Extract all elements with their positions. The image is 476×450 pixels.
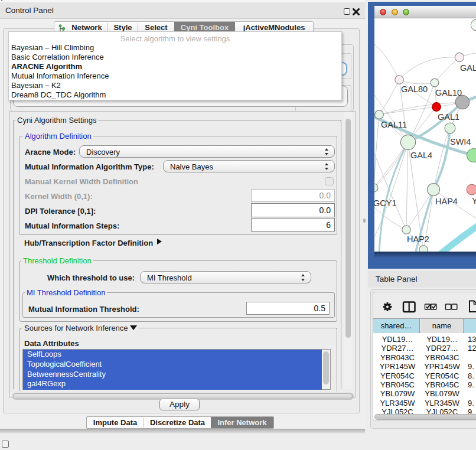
svg-text:Y: Y <box>472 196 476 206</box>
svg-text:GCY1: GCY1 <box>374 198 397 208</box>
svg-text:GAL1: GAL1 <box>438 112 459 122</box>
svg-text:HAP4: HAP4 <box>435 197 458 206</box>
svg-text:SWI4: SWI4 <box>450 137 471 146</box>
svg-text:GAL80: GAL80 <box>401 84 428 94</box>
svg-text:GAL2: GAL2 <box>460 63 476 73</box>
svg-text:GAL4: GAL4 <box>410 151 432 160</box>
svg-text:GAL10: GAL10 <box>435 88 462 97</box>
svg-text:HAP2: HAP2 <box>407 234 429 244</box>
svg-text:GAL11: GAL11 <box>381 120 407 129</box>
